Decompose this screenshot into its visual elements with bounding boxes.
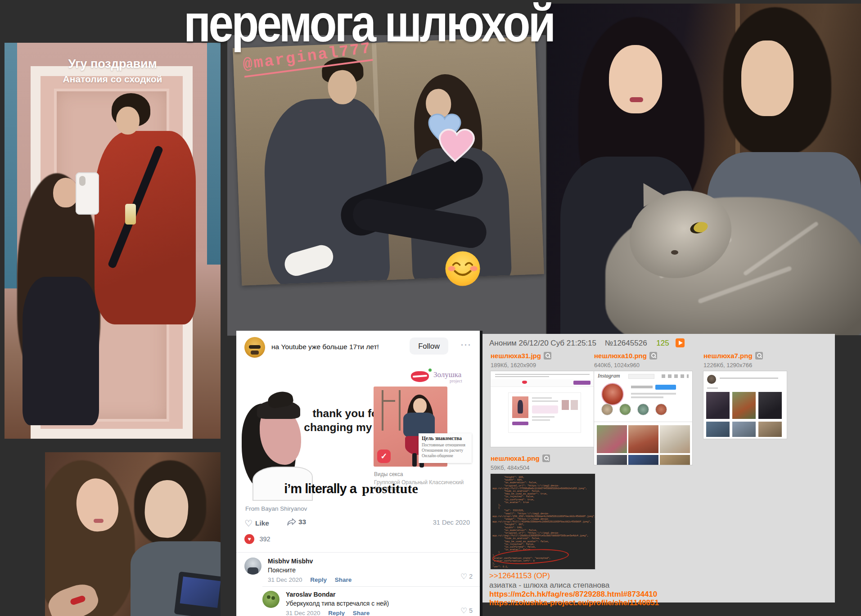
search-icon[interactable]: [755, 352, 763, 360]
sex-types-title: Виды секса: [374, 471, 478, 477]
avatar: [601, 383, 624, 405]
brand-name: Золушка: [433, 370, 461, 379]
file-meta: 59Кб, 484x504: [491, 464, 595, 471]
caption-part: i’m literally a: [284, 481, 356, 496]
file-attachment: нешлюха10.png 640Кб, 1024x960 Instagram: [594, 352, 692, 465]
file-thumbnail[interactable]: "height": 806, "width": 604, "on_moderat…: [491, 474, 595, 569]
comment-likes[interactable]: ♡5: [460, 606, 473, 616]
collage-title: перемога шлюхой: [184, 0, 554, 54]
external-link[interactable]: https://zolushka-project.eu/profile/she/…: [489, 598, 659, 607]
story-circle: [619, 404, 631, 415]
file-link[interactable]: нешлюха7.png: [703, 352, 753, 360]
story-photo: [233, 36, 544, 285]
story-circle: [601, 404, 613, 415]
overlay-title: Цель знакомства: [422, 436, 469, 441]
art-shape: [412, 453, 417, 467]
file-thumbnail[interactable]: [491, 371, 599, 447]
meme-caption-bottom: i’m literally a prostitute: [254, 481, 448, 496]
file-meta: 640Кб, 1024x960: [594, 362, 692, 369]
art-shape: [512, 422, 528, 425]
like-button[interactable]: ♡Like: [244, 518, 269, 529]
replies-count[interactable]: 125: [656, 339, 669, 347]
instagram-wordmark: Instagram: [598, 373, 620, 379]
likes-summary[interactable]: ♥ 392: [244, 534, 270, 545]
external-link[interactable]: https://m2ch.hk/fag/res/8729288.html#873…: [489, 590, 657, 599]
file-meta: 1226Кб, 1290x766: [703, 362, 787, 369]
avatar[interactable]: [244, 558, 261, 575]
file-meta: 189Кб, 1620x909: [491, 362, 599, 369]
grid-photo: [758, 422, 782, 437]
brand-sub: project: [450, 378, 462, 383]
guy-silhouette: [95, 131, 196, 324]
art-shape: [495, 374, 590, 375]
grid-photo: [660, 425, 690, 453]
post-number[interactable]: №12645526: [605, 339, 647, 347]
art-shape: [707, 387, 718, 389]
art-shape: [571, 400, 578, 410]
reply-quote-link[interactable]: >>12641153 (ОР): [489, 571, 550, 580]
comment-author[interactable]: Misbhv Misbhv: [268, 558, 439, 565]
photo-couple-selfie: [45, 452, 221, 616]
share-button[interactable]: 33: [287, 518, 306, 526]
search-icon[interactable]: [649, 352, 657, 360]
play-icon[interactable]: [676, 338, 685, 347]
post-date: 31 Dec 2020: [433, 519, 470, 526]
heart-outline-icon: ♡: [460, 607, 467, 615]
grid-photo: [758, 392, 782, 419]
story-screenshot: @marginal777: [227, 35, 546, 336]
avatar: [707, 375, 716, 384]
file-link[interactable]: нешлюха31.jpg: [491, 352, 541, 360]
meme-image: Золушка project thank you for changing m…: [236, 365, 480, 500]
comment-meta: 31 Dec 2020 Reply Share: [286, 610, 448, 616]
phone: [76, 172, 99, 215]
art-shape: [594, 422, 692, 422]
share-link[interactable]: Share: [335, 576, 352, 583]
art-shape: [720, 378, 778, 379]
art-shape: [741, 40, 793, 116]
comment-date: 31 Dec 2020: [286, 610, 320, 616]
comment-text: Поясните: [268, 567, 439, 574]
search-icon[interactable]: [544, 352, 551, 360]
art-shape: [23, 277, 99, 425]
art-shape: [495, 376, 549, 377]
follow-button[interactable]: Follow: [410, 337, 448, 355]
grid-photo: [732, 422, 756, 437]
board-post-header: Аноним 26/12/20 Суб 21:25:15 №12645526 1…: [489, 338, 685, 348]
avatar[interactable]: [262, 591, 279, 608]
file-thumbnail[interactable]: Instagram: [594, 371, 692, 465]
comment-likes[interactable]: ♡2: [460, 572, 473, 581]
grid-photo: [706, 422, 730, 437]
art-shape: [512, 396, 528, 418]
comment-body: Yaroslav Bondar Уберкуколд типа встречал…: [286, 591, 448, 616]
art-shape: [630, 97, 643, 102]
dating-goal-overlay: Цель знакомства Постоянные отношения Отн…: [419, 433, 472, 463]
art-shape: [382, 390, 401, 431]
grid-photo: [628, 425, 658, 453]
share-link[interactable]: Share: [353, 610, 370, 616]
avatar[interactable]: [244, 337, 265, 358]
lips-icon: [411, 371, 429, 382]
reply-link[interactable]: Reply: [328, 610, 345, 616]
art-shape: [609, 45, 662, 113]
vk-author-title: на Youtube уже больше 17ти лет!: [271, 343, 379, 351]
art-shape: [413, 398, 427, 414]
grid-photo: [597, 455, 627, 465]
file-link[interactable]: нешлюха10.png: [594, 352, 647, 360]
share-arrow-icon: [287, 518, 296, 526]
photo-mirror-selfie: Угу поздравим Анатолия со сходкой: [5, 43, 221, 439]
story-caption: Угу поздравим Анатолия со сходкой: [5, 57, 221, 85]
art-shape: [562, 400, 569, 410]
two-hearts-icon: [424, 111, 483, 165]
file-thumbnail[interactable]: [703, 371, 787, 439]
file-link[interactable]: нешлюха1.png: [491, 454, 540, 462]
post-text: азиатка - шлюха алиса степанова: [489, 581, 609, 590]
file-attachment: нешлюха1.png 59Кб, 484x504 "height": 806…: [491, 454, 595, 569]
art-shape: [53, 178, 78, 207]
search-icon[interactable]: [542, 454, 550, 462]
divider: [262, 586, 480, 587]
menu-dots-icon[interactable]: ···: [461, 341, 472, 350]
heart-badge-icon: ♥: [244, 534, 254, 544]
comment-author[interactable]: Yaroslav Bondar: [286, 591, 448, 598]
repost-source: From Bayan Shiryanov: [245, 505, 307, 512]
reply-link[interactable]: Reply: [310, 576, 327, 583]
